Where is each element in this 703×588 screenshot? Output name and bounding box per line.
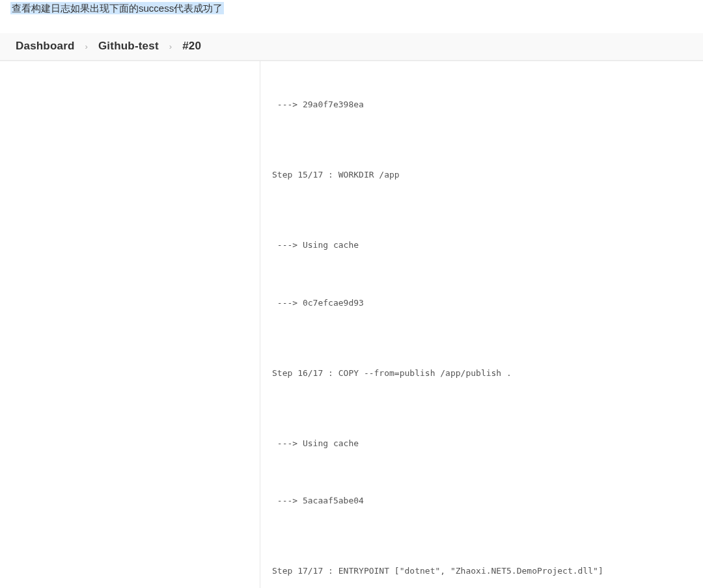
content-area: ---> 29a0f7e398ea Step 15/17 : WORKDIR /… (0, 61, 703, 588)
console-line: Step 15/17 : WORKDIR /app (272, 168, 700, 181)
console-line: Step 16/17 : COPY --from=publish /app/pu… (272, 367, 700, 380)
console-line: ---> 5acaaf5abe04 (272, 494, 700, 507)
chevron-right-icon: › (85, 42, 88, 51)
breadcrumb-dashboard[interactable]: Dashboard (16, 40, 75, 53)
console-output: ---> 29a0f7e398ea Step 15/17 : WORKDIR /… (260, 61, 703, 588)
console-line: ---> Using cache (272, 437, 700, 450)
console-line: ---> 0c7efcae9d93 (272, 297, 700, 310)
breadcrumb: Dashboard › Github-test › #20 (16, 40, 687, 53)
console-line: ---> Using cache (272, 239, 700, 252)
breadcrumb-project[interactable]: Github-test (98, 40, 159, 53)
console-line: ---> 29a0f7e398ea (272, 98, 700, 111)
console-line: Step 17/17 : ENTRYPOINT ["dotnet", "Zhao… (272, 565, 700, 578)
chevron-right-icon: › (169, 42, 172, 51)
caption-text: 查看构建日志如果出现下面的success代表成功了 (10, 2, 224, 14)
breadcrumb-bar: Dashboard › Github-test › #20 (0, 33, 703, 61)
page-caption: 查看构建日志如果出现下面的success代表成功了 (0, 0, 703, 18)
breadcrumb-build-number[interactable]: #20 (182, 40, 201, 53)
side-panel (0, 61, 260, 588)
